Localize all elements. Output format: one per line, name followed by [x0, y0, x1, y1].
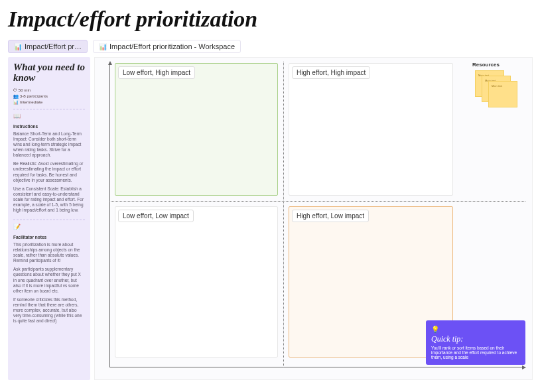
- quadrant-label: Low effort, Low impact: [118, 210, 194, 222]
- page-title: Impact/effort prioritization: [0, 0, 538, 33]
- quadrant-low-effort-high-impact[interactable]: Low effort, High impact: [115, 63, 278, 196]
- level-icon: 📊: [13, 99, 19, 104]
- divider: [13, 220, 85, 220]
- resources-panel: Resources Main text Main text Main text: [472, 62, 525, 109]
- tab-workspace-label: Impact/Effort prioritization - Workspace: [109, 42, 235, 50]
- y-axis: [109, 62, 110, 367]
- matrix-canvas[interactable]: Low effort, High impact High effort, Hig…: [94, 57, 533, 380]
- tip-body: You'll rank or sort items based on their…: [431, 346, 520, 359]
- meta-level: 📊 Intermediate: [13, 99, 85, 105]
- facilitator-item: If someone criticizes this method, remin…: [13, 297, 85, 324]
- sticky-note[interactable]: Main text: [488, 81, 517, 107]
- instruction-item: Be Realistic: Avoid overestimating or un…: [13, 161, 85, 183]
- facilitator-label: Facilitator notes: [13, 235, 85, 240]
- x-axis: [109, 367, 525, 367]
- chart-icon: 📊: [99, 43, 107, 50]
- facilitator-item: This prioritization is more about relati…: [13, 242, 85, 264]
- tip-title: Quick tip:: [431, 334, 520, 344]
- pencil-icon: 📝: [13, 224, 85, 231]
- book-icon: 📖: [13, 113, 85, 120]
- quadrant-label: High effort, Low impact: [292, 210, 369, 222]
- sidebar-heading: What you need to know: [13, 62, 85, 84]
- divider: [13, 109, 85, 109]
- instructions-label: Instructions: [13, 124, 85, 129]
- clock-icon: ⏱: [13, 88, 17, 92]
- mid-horizontal-divider: [109, 201, 525, 202]
- instruction-item: Use a Consistent Scale: Establish a cons…: [13, 186, 85, 214]
- tab-workspace[interactable]: 📊 Impact/Effort prioritization - Workspa…: [93, 40, 241, 53]
- people-icon: 👥: [13, 94, 19, 98]
- mid-vertical-divider: [283, 62, 284, 367]
- workspace: What you need to know ⏱ 50 min 👥 3-8 par…: [0, 57, 538, 385]
- sticky-note-stack[interactable]: Main text Main text Main text: [475, 70, 521, 109]
- quadrant-high-effort-high-impact[interactable]: High effort, High impact: [289, 63, 453, 196]
- quick-tip-card: 💡 Quick tip: You'll rank or sort items b…: [426, 320, 525, 365]
- meta-duration: ⏱ 50 min: [13, 88, 85, 93]
- quadrant-low-effort-low-impact[interactable]: Low effort, Low impact: [115, 206, 278, 358]
- chart-icon: 📊: [14, 43, 22, 50]
- quadrant-label: High effort, High impact: [292, 66, 370, 79]
- instruction-item: Balance Short-Term and Long-Term Impact:…: [13, 131, 85, 159]
- tab-overview[interactable]: 📊 Impact/Effort pr…: [8, 40, 88, 53]
- quadrant-label: Low effort, High impact: [118, 66, 195, 79]
- sidebar: What you need to know ⏱ 50 min 👥 3-8 par…: [8, 57, 90, 380]
- tab-bar: 📊 Impact/Effort pr… 📊 Impact/Effort prio…: [0, 33, 538, 57]
- tab-overview-label: Impact/Effort pr…: [25, 42, 82, 50]
- lightbulb-icon: 💡: [431, 326, 520, 333]
- resources-label: Resources: [472, 62, 525, 68]
- meta-participants: 👥 3-8 participants: [13, 94, 85, 99]
- facilitator-item: Ask participants supplementary questions…: [13, 267, 85, 294]
